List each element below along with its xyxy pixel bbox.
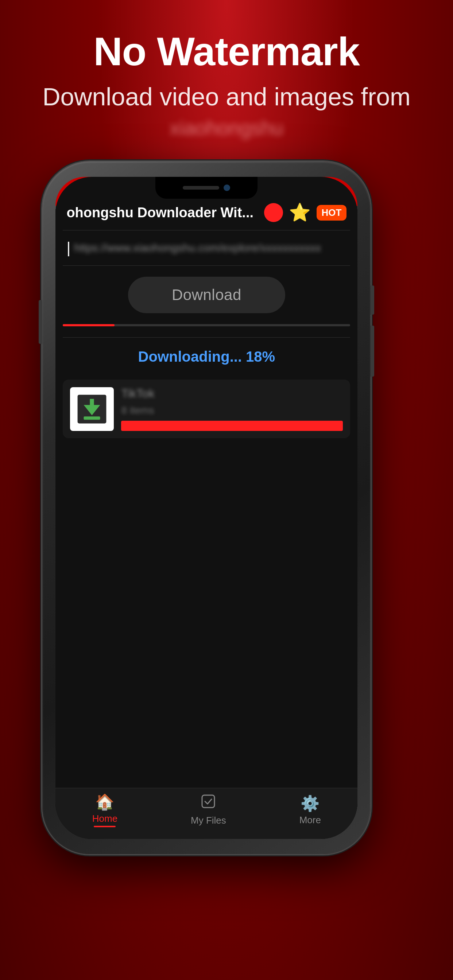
phone-shell: ohongshu Downloader Wit... ⭐ HOT | https…: [42, 162, 370, 854]
record-button[interactable]: [264, 203, 283, 222]
nav-home[interactable]: 🏠 Home: [92, 793, 118, 827]
download-info: TikTok 8 items: [121, 387, 343, 431]
download-filename: TikTok: [121, 387, 343, 400]
download-thumb-icon: [75, 393, 108, 425]
progress-fill: [63, 324, 115, 326]
download-filesize: 8 items: [121, 405, 343, 416]
hot-badge[interactable]: HOT: [317, 205, 347, 221]
nav-home-label: Home: [92, 813, 118, 824]
notch: [155, 177, 257, 199]
download-item[interactable]: TikTok 8 items: [63, 380, 350, 438]
volume-button: [370, 326, 374, 377]
downloading-status: Downloading... 18%: [56, 337, 357, 376]
main-title: No Watermark: [42, 29, 410, 73]
download-item-progress: [121, 421, 343, 431]
home-active-indicator: [94, 826, 116, 827]
page-background: No Watermark Download video and images f…: [42, 0, 410, 854]
mute-button: [39, 300, 42, 344]
nav-more-label: More: [300, 815, 321, 826]
speaker: [183, 186, 219, 189]
nav-myfiles-label: My Files: [191, 815, 226, 826]
more-icon: ⚙️: [301, 794, 319, 812]
phone-mockup: ohongshu Downloader Wit... ⭐ HOT | https…: [42, 162, 370, 854]
app-title: ohongshu Downloader Wit...: [66, 205, 258, 221]
svg-rect-3: [84, 416, 100, 420]
subtitle: Download video and images from: [42, 81, 410, 113]
nav-more[interactable]: ⚙️ More: [300, 794, 321, 826]
phone-screen: ohongshu Downloader Wit... ⭐ HOT | https…: [56, 177, 357, 839]
bottom-navigation: 🏠 Home My Files: [56, 788, 357, 839]
download-button-wrapper: Download: [56, 266, 357, 324]
nav-myfiles[interactable]: My Files: [191, 794, 226, 826]
url-input-area[interactable]: | https://www.xiaohongshu.com/explore/xx…: [56, 231, 357, 266]
cursor: |: [66, 239, 70, 257]
download-thumbnail: [70, 387, 114, 431]
progress-bar: [63, 324, 350, 326]
power-button: [370, 285, 374, 315]
svg-rect-4: [202, 795, 214, 808]
home-icon: 🏠: [95, 793, 114, 811]
header-section: No Watermark Download video and images f…: [42, 29, 410, 140]
url-display: https://www.xiaohongshu.com/explore/xxxx…: [74, 240, 346, 256]
camera: [223, 185, 230, 191]
star-icon[interactable]: ⭐: [289, 202, 311, 223]
brand-name: xiaohongshu: [42, 116, 410, 140]
download-button[interactable]: Download: [128, 277, 285, 313]
app-content: ohongshu Downloader Wit... ⭐ HOT | https…: [56, 177, 357, 839]
myfiles-icon: [201, 794, 216, 813]
